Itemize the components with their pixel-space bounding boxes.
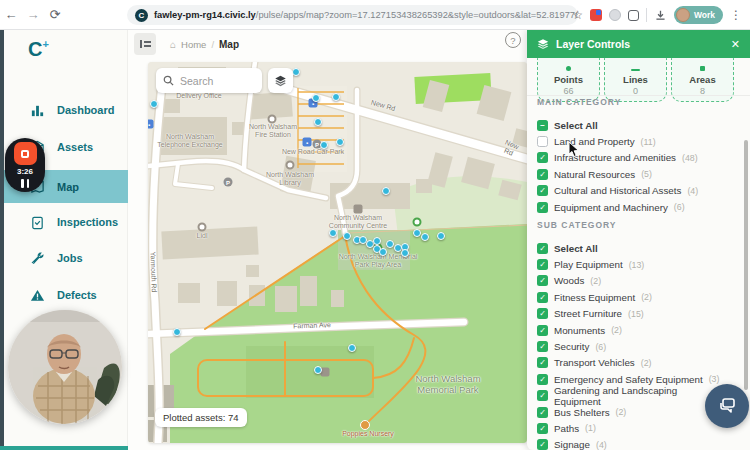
map-layers-button[interactable]: [268, 68, 293, 93]
sidebar-toggle-button[interactable]: [134, 33, 156, 55]
checkbox-checked[interactable]: [537, 407, 548, 418]
checkbox-checked[interactable]: [537, 275, 548, 286]
asset-marker[interactable]: [413, 229, 421, 237]
checkbox-checked[interactable]: [537, 439, 548, 450]
breadcrumb-home[interactable]: Home: [181, 39, 206, 50]
category-row[interactable]: Play Equipment(13): [537, 256, 734, 272]
browser-forward-button[interactable]: →: [22, 7, 44, 22]
category-count: (4): [687, 186, 698, 196]
map-canvas[interactable]: North Walsham Delivery OfficeNorth Walsh…: [148, 62, 527, 443]
map-poi-icon: ▪: [148, 120, 154, 129]
asset-marker[interactable]: [150, 100, 158, 108]
category-label: Signage: [554, 439, 590, 450]
category-row[interactable]: Signage(4): [537, 437, 734, 450]
checkbox-checked[interactable]: [537, 259, 548, 270]
checkbox-checked[interactable]: [537, 325, 548, 336]
map-search[interactable]: [156, 68, 262, 93]
divider: [527, 95, 750, 96]
webcam-overlay[interactable]: [8, 310, 122, 424]
browser-reload-button[interactable]: ⟳: [44, 7, 66, 22]
checkbox-checked[interactable]: [537, 374, 548, 385]
panel-scrollbar[interactable]: [744, 140, 748, 390]
asset-marker[interactable]: [437, 232, 445, 240]
extension-icon[interactable]: [609, 9, 621, 21]
tab-groups-icon[interactable]: [628, 10, 639, 21]
checkbox-checked[interactable]: [537, 357, 548, 368]
category-row[interactable]: Transport Vehicles(2): [537, 355, 734, 371]
category-row[interactable]: Equipment and Machinery(6): [537, 199, 734, 215]
category-row[interactable]: Select All: [537, 240, 734, 256]
checkbox-checked[interactable]: [537, 390, 548, 401]
sidebar-item-jobs[interactable]: Jobs: [0, 242, 128, 274]
category-row[interactable]: Paths(1): [537, 420, 734, 436]
search-input[interactable]: [180, 75, 250, 87]
asset-marker[interactable]: [348, 344, 356, 352]
asset-marker[interactable]: [320, 141, 328, 149]
asset-marker[interactable]: [336, 138, 344, 146]
checkbox-checked[interactable]: [537, 169, 548, 180]
category-count: (48): [682, 153, 698, 163]
asset-marker[interactable]: [401, 249, 409, 257]
category-row[interactable]: Select All: [537, 117, 734, 133]
asset-marker[interactable]: [379, 248, 387, 256]
checkbox-checked[interactable]: [537, 423, 548, 434]
panel-title: Layer Controls: [556, 38, 724, 50]
checkbox-unchecked[interactable]: [537, 136, 548, 147]
sidebar-item-inspections[interactable]: Inspections: [0, 206, 128, 238]
checkbox-checked[interactable]: [537, 202, 548, 213]
asset-marker[interactable]: [292, 68, 300, 76]
category-row[interactable]: Cultural and Historical Assets(4): [537, 183, 734, 199]
pause-recording-button[interactable]: [21, 178, 29, 188]
checkbox-checked[interactable]: [537, 243, 548, 254]
stop-icon: [21, 150, 29, 158]
category-count: (4): [596, 440, 607, 450]
asset-marker[interactable]: [332, 93, 340, 101]
map-poi-icon: [413, 218, 422, 227]
asset-marker[interactable]: [421, 233, 429, 241]
checkbox-indeterminate[interactable]: [537, 120, 548, 131]
category-label: Monuments: [554, 325, 605, 336]
browser-menu-icon[interactable]: ⋮: [730, 8, 742, 22]
category-row[interactable]: Street Furniture(15): [537, 306, 734, 322]
download-icon[interactable]: [654, 9, 667, 22]
browser-back-button[interactable]: ←: [0, 7, 22, 22]
browser-profile-button[interactable]: Work: [674, 6, 723, 24]
category-row[interactable]: Monuments(2): [537, 322, 734, 338]
warning-triangle-icon: [30, 288, 45, 303]
category-count: (2): [641, 358, 652, 368]
layer-controls-header: Layer Controls ✕: [527, 30, 750, 58]
category-row[interactable]: Security(6): [537, 338, 734, 354]
asset-marker[interactable]: [312, 94, 320, 102]
checkbox-checked[interactable]: [537, 185, 548, 196]
close-icon[interactable]: ✕: [731, 38, 740, 51]
asset-marker[interactable]: [329, 229, 337, 237]
bookmark-star-icon[interactable]: ☆: [572, 8, 583, 22]
category-row[interactable]: Fitness Equipment(2): [537, 289, 734, 305]
area-icon: [700, 66, 705, 71]
checkbox-checked[interactable]: [537, 292, 548, 303]
asset-marker[interactable]: [373, 237, 381, 245]
asset-marker[interactable]: [343, 232, 351, 240]
asset-marker[interactable]: [382, 187, 390, 195]
recording-border-bottom: [0, 446, 128, 450]
asset-marker[interactable]: [314, 366, 322, 374]
sidebar-item-dashboard[interactable]: Dashboard: [0, 94, 128, 126]
asset-marker[interactable]: [386, 240, 394, 248]
category-row[interactable]: Natural Resources(5): [537, 166, 734, 182]
stop-recording-button[interactable]: [14, 142, 37, 165]
app-logo[interactable]: C+: [28, 38, 49, 61]
asset-marker[interactable]: [173, 328, 181, 336]
extension-icon[interactable]: [590, 9, 602, 21]
address-bar[interactable]: C fawley-pm-rg14.civic.ly/pulse/apps/map…: [127, 5, 578, 25]
category-row[interactable]: Infrastructure and Amenities(48): [537, 150, 734, 166]
checkbox-checked[interactable]: [537, 308, 548, 319]
help-button[interactable]: ?: [505, 32, 521, 48]
checkbox-checked[interactable]: [537, 152, 548, 163]
category-row[interactable]: Land and Property(11): [537, 133, 734, 149]
chat-widget-button[interactable]: [705, 384, 749, 428]
category-row[interactable]: Woods(2): [537, 273, 734, 289]
asset-marker[interactable]: [314, 118, 322, 126]
category-label: Security: [554, 341, 589, 352]
checkbox-checked[interactable]: [537, 341, 548, 352]
sidebar-item-defects[interactable]: Defects: [0, 279, 128, 311]
